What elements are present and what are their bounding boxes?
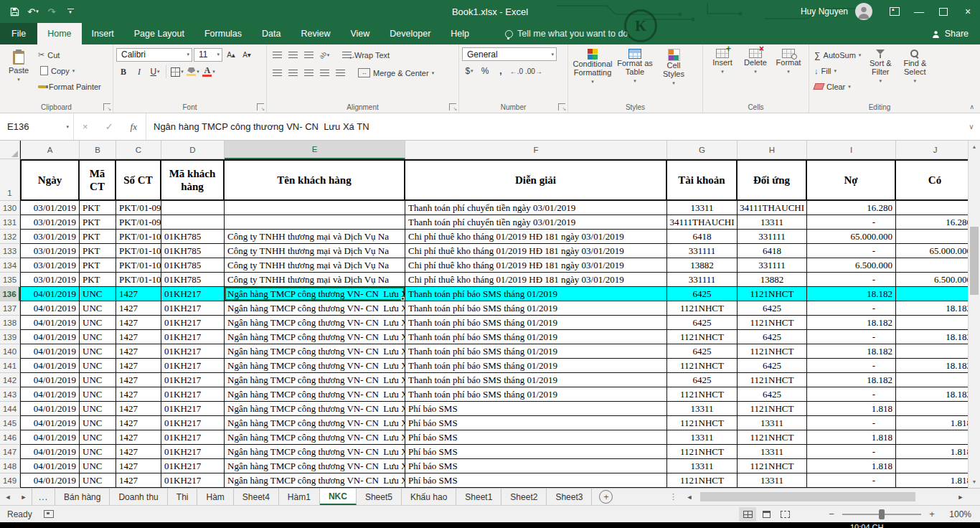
cell[interactable]: 03/01/2019 — [20, 215, 80, 230]
cell[interactable]: Ngân hàng TMCP công thương VN- CN Lưu Xá… — [225, 359, 405, 373]
sheet-tab-overflow[interactable]: ... — [32, 489, 55, 505]
conditional-formatting-button[interactable]: Conditional Formatting ▾ — [571, 47, 614, 101]
cell[interactable]: - — [807, 273, 896, 287]
bold-button[interactable]: B — [116, 65, 131, 79]
sheet-tab-thi[interactable]: Thi — [168, 489, 198, 505]
sheet-tab-sheet3[interactable]: Sheet3 — [547, 489, 592, 505]
cell[interactable]: UNC — [80, 330, 116, 344]
borders-button[interactable]: ▾ — [170, 65, 184, 79]
cell[interactable]: PKT — [80, 230, 116, 244]
select-all-corner[interactable] — [0, 141, 20, 159]
cell[interactable] — [896, 316, 968, 330]
find-select-button[interactable]: Find & Select ▾ — [897, 47, 932, 101]
cell[interactable]: 18.182 — [896, 387, 968, 402]
cell[interactable]: 1121NHCT — [738, 287, 807, 301]
cell[interactable]: Phí báo SMS — [405, 430, 667, 445]
record-macro-button[interactable] — [44, 510, 54, 518]
cell[interactable]: Phí báo SMS — [405, 459, 667, 473]
cell[interactable]: 13311 — [738, 473, 807, 488]
cell[interactable]: 13311 — [738, 445, 807, 459]
cell[interactable]: 65.000.000 — [807, 230, 896, 244]
increase-font-size-button[interactable]: A▴ — [224, 47, 238, 62]
decrease-indent-button[interactable] — [317, 66, 331, 80]
cell[interactable]: 01KH217 — [161, 301, 225, 316]
cell[interactable]: 1.818 — [807, 430, 896, 445]
row-header[interactable]: 135 — [0, 273, 20, 287]
row-header[interactable]: 149 — [0, 473, 20, 488]
cell[interactable]: 6425 — [667, 373, 738, 387]
cell[interactable]: - — [807, 387, 896, 402]
sheet-tab-hàm[interactable]: Hàm — [197, 489, 233, 505]
cell[interactable]: UNC — [80, 301, 116, 316]
cell[interactable] — [896, 402, 968, 416]
middle-align-button[interactable] — [286, 48, 300, 62]
comma-style-button[interactable]: , — [494, 64, 508, 78]
cell[interactable]: 1.818 — [896, 445, 968, 459]
tab-file[interactable]: File — [0, 23, 37, 44]
sheet-nav-prev-button[interactable]: ◄ — [0, 489, 16, 505]
sheet-tab-sheet2[interactable]: Sheet2 — [501, 489, 547, 505]
cell[interactable]: 1121NHCT — [738, 373, 807, 387]
cell[interactable]: 1.818 — [807, 402, 896, 416]
cell[interactable] — [161, 215, 225, 230]
cell[interactable] — [896, 201, 968, 215]
header-cell-ten-khach-hang[interactable]: Tên khách hàng — [225, 159, 405, 201]
cell[interactable]: 13311 — [667, 201, 738, 215]
row-header[interactable]: 131 — [0, 215, 20, 230]
cell[interactable]: 13311 — [667, 459, 738, 473]
fill-handle[interactable] — [401, 297, 405, 301]
column-header-I[interactable]: I — [807, 141, 896, 159]
alignment-dialog-launcher[interactable] — [449, 103, 456, 110]
cell[interactable]: 13311 — [667, 402, 738, 416]
cell[interactable]: Thanh toán phí báo SMS tháng 01/2019 — [405, 316, 667, 330]
cell[interactable]: Ngân hàng TMCP công thương VN- CN Lưu Xá… — [225, 459, 405, 473]
insert-cells-button[interactable]: Insert ▾ — [706, 47, 739, 101]
cell[interactable]: 6425 — [738, 330, 807, 344]
cell[interactable]: 1427 — [116, 402, 161, 416]
orientation-button[interactable]: ab▾ — [317, 48, 331, 62]
decrease-font-size-button[interactable]: A▾ — [240, 47, 254, 62]
cell[interactable]: 18.182 — [896, 330, 968, 344]
tab-data[interactable]: Data — [252, 23, 291, 44]
cell[interactable]: 1427 — [116, 416, 161, 430]
cell[interactable]: 01KH217 — [161, 373, 225, 387]
row-header[interactable]: 136 — [0, 287, 20, 301]
cell[interactable]: - — [807, 445, 896, 459]
ribbon-display-options-button[interactable] — [882, 0, 907, 23]
cell[interactable]: 1427 — [116, 344, 161, 359]
cell[interactable]: 1427 — [116, 287, 161, 301]
cell[interactable]: Ngân hàng TMCP công thương VN- CN Lưu Xá… — [225, 316, 405, 330]
cell[interactable]: 1427 — [116, 359, 161, 373]
cell[interactable]: UNC — [80, 445, 116, 459]
cell[interactable]: 1121NHCT — [738, 344, 807, 359]
wrap-text-button[interactable]: Wrap Text — [340, 47, 392, 62]
sheet-tab-hàm1[interactable]: Hàm1 — [279, 489, 320, 505]
cell[interactable]: 01KH785 — [161, 273, 225, 287]
cell[interactable]: - — [807, 330, 896, 344]
cell[interactable]: Ngân hàng TMCP công thương VN- CN Lưu Xá… — [225, 430, 405, 445]
cell[interactable]: 01KH217 — [161, 287, 225, 301]
clear-button[interactable]: Clear▾ — [812, 79, 863, 94]
cell[interactable]: Thanh toán phí báo SMS tháng 01/2019 — [405, 301, 667, 316]
cell[interactable]: 331111 — [667, 244, 738, 258]
cell[interactable]: 6.500.000 — [807, 258, 896, 273]
cell-styles-button[interactable]: Cell Styles ▾ — [656, 47, 692, 101]
cell[interactable]: Thanh toán phí chuyển tiền ngày 03/01/20… — [405, 215, 667, 230]
cell[interactable]: Ngân hàng TMCP công thương VN- CN Lưu Xá… — [225, 330, 405, 344]
close-button[interactable]: × — [956, 0, 980, 23]
cell[interactable]: Chi phí thuê kho tháng 01/2019 HĐ 181 ng… — [405, 258, 667, 273]
cell[interactable]: Ngân hàng TMCP công thương VN- CN Lưu Xá… — [225, 344, 405, 359]
cell[interactable]: Thanh toán phí báo SMS tháng 01/2019 — [405, 330, 667, 344]
number-format-select[interactable]: General▾ — [462, 47, 557, 61]
cell[interactable]: 04/01/2019 — [20, 402, 80, 416]
cell[interactable]: 1.818 — [807, 459, 896, 473]
cell[interactable]: Ngân hàng TMCP công thương VN- CN Lưu Xá… — [225, 473, 405, 488]
cell[interactable]: 1427 — [116, 316, 161, 330]
cell[interactable]: PKT/01-10 — [116, 230, 161, 244]
column-header-F[interactable]: F — [405, 141, 667, 159]
header-cell-tai-khoan[interactable]: Tài khoản — [667, 159, 738, 201]
enter-button[interactable]: ✓ — [105, 121, 113, 132]
sort-filter-button[interactable]: Sort & Filter ▾ — [863, 47, 897, 101]
cell[interactable] — [896, 430, 968, 445]
decrease-decimal-button[interactable]: .00→ — [525, 64, 542, 78]
